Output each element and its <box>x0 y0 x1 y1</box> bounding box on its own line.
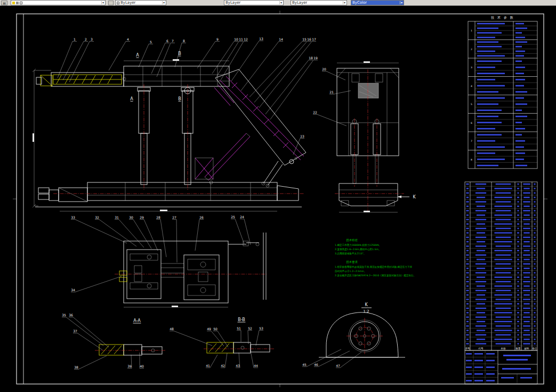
svg-text:17: 17 <box>312 37 316 41</box>
svg-text:14: 14 <box>279 37 283 41</box>
svg-text:技术要求: 技术要求 <box>346 260 358 264</box>
chevron-down-icon: ▾ <box>101 1 104 4</box>
parameter-table: 技 术 参 数12345678 <box>468 15 537 169</box>
svg-text:1.额定工作阻力1600kN,初撑力1250kN。: 1.额定工作阻力1600kN,初撑力1250kN。 <box>335 243 381 247</box>
svg-text:数量: 数量 <box>516 347 521 350</box>
plotstyle-combo[interactable]: ByColor ▾ <box>351 0 404 5</box>
svg-text:41: 41 <box>206 364 210 367</box>
svg-text:10: 10 <box>234 37 238 41</box>
svg-text:2: 2 <box>471 48 472 51</box>
svg-text:39: 39 <box>127 364 132 368</box>
svg-text:53: 53 <box>259 326 263 330</box>
svg-text:名称: 名称 <box>501 347 506 350</box>
linetype-combo[interactable]: ByLayer ▾ <box>224 0 284 5</box>
svg-text:48: 48 <box>170 327 174 331</box>
svg-text:46: 46 <box>314 363 318 366</box>
svg-text:9: 9 <box>216 37 219 41</box>
svg-text:4: 4 <box>471 85 472 87</box>
layer-lock-icon <box>16 2 19 4</box>
bom-table: 序号代号名称数量材料备注 <box>465 182 537 350</box>
svg-text:19: 19 <box>313 56 318 60</box>
svg-text:12: 12 <box>244 37 248 41</box>
svg-text:技 术 参 数: 技 术 参 数 <box>490 15 514 19</box>
svg-text:K: K <box>365 302 368 307</box>
svg-text:压时间不小于1.2~2.5min。: 压时间不小于1.2~2.5min。 <box>334 269 366 273</box>
chevron-down-icon: ▾ <box>279 1 282 4</box>
svg-text:13: 13 <box>259 37 263 41</box>
svg-text:22: 22 <box>313 110 317 114</box>
layer-color-swatch <box>20 2 22 4</box>
title-block <box>465 350 537 384</box>
svg-text:44: 44 <box>254 364 258 367</box>
lineweight-combo[interactable]: ByLayer ▾ <box>291 0 347 5</box>
svg-text:50: 50 <box>213 327 217 331</box>
chevron-down-icon: ▾ <box>343 1 345 4</box>
front-beam <box>36 73 126 86</box>
svg-text:32: 32 <box>95 215 99 219</box>
svg-text:43: 43 <box>236 364 240 367</box>
svg-text:51: 51 <box>237 326 241 330</box>
layer-combo[interactable]: ▾ <box>11 0 106 5</box>
svg-text:B: B <box>178 51 181 56</box>
layers-icon[interactable]: ▤ <box>1 1 7 5</box>
svg-text:1.组装前各零部件必须清洗干净,液压缸按规定作密封试验,额定: 1.组装前各零部件必须清洗干净,液压缸按规定作密封试验,额定压力下保 <box>335 265 413 269</box>
chevron-down-icon: ▾ <box>400 1 402 4</box>
properties-toolbar: ▤ ▾ ByLayer ▾ ByLayer ▾ ByLayer ▾ ByColo… <box>0 0 556 6</box>
svg-text:40: 40 <box>140 364 144 368</box>
svg-text:6: 6 <box>471 122 472 124</box>
detail-k-view <box>319 313 405 357</box>
svg-text:A: A <box>130 97 133 101</box>
svg-text:8: 8 <box>471 158 472 161</box>
svg-text:11: 11 <box>239 37 243 41</box>
svg-text:3.适用煤层倾角不大于15°。: 3.适用煤层倾角不大于15°。 <box>335 252 366 255</box>
svg-text:技术特征: 技术特征 <box>346 238 358 242</box>
make-layer-current-button[interactable] <box>108 1 114 5</box>
svg-text:2: 2 <box>85 37 87 41</box>
svg-text:49: 49 <box>207 327 211 331</box>
svg-text:2.支撑高度1.6~2.6m,两柱中心距1.5m。: 2.支撑高度1.6~2.6m,两柱中心距1.5m。 <box>335 247 381 251</box>
svg-text:24: 24 <box>240 215 244 219</box>
svg-text:27: 27 <box>172 215 176 219</box>
section-a-a <box>95 345 166 355</box>
svg-text:7: 7 <box>471 140 472 142</box>
svg-text:15: 15 <box>302 37 307 41</box>
svg-text:25: 25 <box>231 215 235 219</box>
svg-text:A: A <box>136 53 139 58</box>
svg-text:37: 37 <box>73 329 77 333</box>
color-combo[interactable]: ByLayer ▾ <box>115 0 166 5</box>
svg-text:2.安全阀开启压力按GB25974.2—2010《液压支架试: 2.安全阀开启压力按GB25974.2—2010《液压支架试验方法》规定执行。 <box>335 274 416 277</box>
layer-on-icon <box>12 2 15 4</box>
svg-text:B-B: B-B <box>238 317 245 322</box>
svg-text:代号: 代号 <box>478 347 484 350</box>
shield-assembly <box>195 69 306 180</box>
svg-text:7: 7 <box>172 39 174 43</box>
svg-text:42: 42 <box>221 364 225 367</box>
svg-text:35: 35 <box>62 313 66 317</box>
svg-text:21: 21 <box>329 90 334 94</box>
assembly-drawing: 1234567891011121314151617181920212223242… <box>0 6 556 392</box>
svg-text:47: 47 <box>336 364 340 367</box>
plotstyle-value: ByColor <box>352 1 367 5</box>
svg-text:34: 34 <box>71 288 75 292</box>
linetype-value: ByLayer <box>225 1 240 5</box>
svg-text:18: 18 <box>309 56 313 60</box>
side-view <box>335 68 409 211</box>
cad-viewport[interactable]: 1234567891011121314151617181920212223242… <box>0 6 556 392</box>
svg-text:3: 3 <box>91 37 93 41</box>
svg-text:23: 23 <box>300 134 304 138</box>
chevron-down-icon: ▾ <box>162 1 165 4</box>
svg-text:52: 52 <box>248 326 252 330</box>
svg-text:29: 29 <box>140 215 144 219</box>
svg-text:31: 31 <box>115 215 119 219</box>
svg-text:3: 3 <box>471 66 472 69</box>
svg-text:1: 1 <box>471 29 472 32</box>
svg-text:8: 8 <box>183 39 185 43</box>
lineweight-value: ByLayer <box>292 1 307 5</box>
svg-text:16: 16 <box>307 37 311 41</box>
svg-text:30: 30 <box>129 215 133 219</box>
svg-text:6: 6 <box>166 39 168 43</box>
svg-text:20: 20 <box>322 67 326 71</box>
color-swatch <box>117 2 119 4</box>
svg-text:4: 4 <box>127 37 129 41</box>
svg-text:36: 36 <box>69 313 73 317</box>
